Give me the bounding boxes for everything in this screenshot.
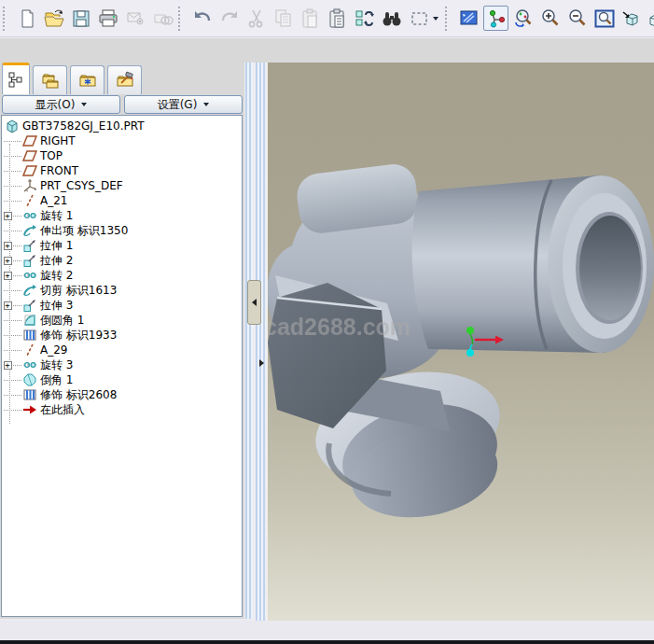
- toolbar-gripper[interactable]: [178, 7, 184, 31]
- paste-special-button[interactable]: [325, 6, 350, 31]
- tree-item-extrude[interactable]: +拉伸 3: [2, 298, 242, 313]
- zoom-out-icon: [566, 7, 589, 30]
- toolbar-gripper[interactable]: [3, 7, 8, 31]
- tree-item-round[interactable]: 倒圆角 1: [2, 313, 242, 328]
- spin-center-button[interactable]: [483, 6, 508, 31]
- refit-button[interactable]: [591, 6, 617, 31]
- tree-item-label: 拉伸 3: [40, 298, 73, 314]
- model-tree: GBT37582GJ_E10.PRTRIGHTTOPFRONTPRT_CSYS_…: [1, 115, 243, 617]
- select-items-button[interactable]: [406, 6, 441, 31]
- cut-button[interactable]: [244, 6, 269, 31]
- collapse-panel-handle[interactable]: [247, 280, 261, 325]
- expand-toggle[interactable]: +: [4, 272, 12, 280]
- expand-toggle[interactable]: +: [4, 301, 12, 310]
- tree-item-label: 修饰 标识1933: [40, 328, 117, 343]
- redo-button[interactable]: [216, 6, 242, 31]
- show-menu-label: 显示(O): [35, 97, 76, 113]
- expand-toggle[interactable]: +: [4, 212, 12, 220]
- settings-menu-button[interactable]: 设置(G): [124, 95, 243, 114]
- expand-toggle[interactable]: +: [4, 361, 12, 370]
- navigator-splitter-2[interactable]: [256, 63, 265, 621]
- refit-icon: [593, 7, 616, 30]
- saved-view-list-button[interactable]: AB: [646, 6, 654, 31]
- show-menu-arrow: [81, 103, 87, 106]
- tools-folder-icon: [116, 71, 134, 90]
- copy-button[interactable]: [271, 6, 296, 31]
- tree-item-label: 在此插入: [40, 402, 85, 418]
- send-email-button[interactable]: [122, 6, 147, 31]
- select-dropdown-arrow[interactable]: [433, 17, 438, 21]
- orient-mode-button[interactable]: [510, 6, 536, 31]
- toolbar-gripper[interactable]: [445, 7, 451, 31]
- tree-item-label: 倒角 1: [40, 372, 73, 388]
- reorient-view-button[interactable]: [619, 6, 644, 31]
- expand-toggle[interactable]: +: [4, 257, 12, 265]
- tree-item-axis[interactable]: A_21: [2, 193, 242, 208]
- paste-button[interactable]: [298, 6, 323, 31]
- tree-item-sweep[interactable]: 切剪 标识1613: [2, 283, 242, 298]
- tree-item-cosmetic[interactable]: 修饰 标识2608: [2, 387, 242, 402]
- insert-here-icon: [22, 402, 37, 417]
- email-icon: [124, 7, 146, 30]
- toolbar-spacer: [0, 38, 654, 63]
- folders-icon: [41, 71, 60, 90]
- revolve-icon: [22, 357, 37, 372]
- watermark-text: cad2688.com: [268, 314, 410, 340]
- status-bar: [0, 621, 654, 640]
- save-button[interactable]: [68, 6, 93, 31]
- window-bottom-edge: [0, 640, 654, 644]
- navigator-splitter[interactable]: [245, 63, 253, 619]
- tree-item-sweep[interactable]: 伸出项 标识1350: [2, 223, 242, 238]
- tree-item-datum-plane[interactable]: FRONT: [2, 163, 242, 178]
- repaint-icon: [458, 7, 480, 30]
- zoom-out-button[interactable]: [564, 6, 590, 31]
- repaint-button[interactable]: [456, 6, 481, 31]
- proe-window: AB: [0, 0, 654, 644]
- show-menu-button[interactable]: 显示(O): [2, 95, 120, 114]
- tree-item-csys[interactable]: PRT_CSYS_DEF: [2, 178, 242, 193]
- link-button[interactable]: [149, 6, 174, 31]
- tab-history[interactable]: [107, 65, 142, 94]
- tree-item-label: 旋转 1: [40, 208, 73, 224]
- revolve-icon: [22, 208, 37, 223]
- undo-button[interactable]: [189, 6, 215, 31]
- tree-item-label: 旋转 3: [40, 357, 73, 373]
- tree-item-revolve[interactable]: +旋转 1: [2, 208, 242, 223]
- open-file-button[interactable]: [41, 6, 66, 31]
- tree-item-label: 倒圆角 1: [40, 313, 84, 329]
- tree-item-label: PRT_CSYS_DEF: [40, 179, 123, 192]
- tree-item-revolve[interactable]: +旋转 3: [2, 357, 242, 372]
- print-button[interactable]: [95, 6, 120, 31]
- tree-item-insert-here[interactable]: 在此插入: [2, 402, 242, 417]
- tree-item-cosmetic[interactable]: 修饰 标识1933: [2, 328, 242, 343]
- tab-favorites[interactable]: [70, 65, 104, 94]
- tree-item-axis[interactable]: A_29: [2, 343, 242, 357]
- regenerate-button[interactable]: [352, 6, 377, 31]
- tab-model-tree[interactable]: [2, 63, 30, 94]
- main-toolbar: AB: [0, 0, 654, 37]
- tree-item-extrude[interactable]: +拉伸 2: [2, 253, 242, 268]
- find-button[interactable]: [379, 6, 404, 31]
- tree-item-extrude[interactable]: +拉伸 1: [2, 238, 242, 253]
- undo-icon: [191, 7, 214, 30]
- tab-folder-browser[interactable]: [33, 65, 67, 94]
- expand-toggle[interactable]: +: [4, 242, 12, 250]
- axis-icon: [22, 193, 37, 208]
- tree-item-label: FRONT: [40, 164, 78, 177]
- new-file-icon: [17, 8, 37, 29]
- tree-item-label: RIGHT: [40, 134, 76, 147]
- new-file-button[interactable]: [14, 6, 39, 31]
- model-tree-icon: [7, 72, 24, 89]
- sweep-icon: [22, 283, 37, 298]
- tree-item-label: 旋转 2: [40, 268, 73, 284]
- tree-item-chamfer[interactable]: 倒角 1: [2, 372, 242, 387]
- zoom-in-icon: [539, 7, 562, 30]
- tree-item-root[interactable]: GBT37582GJ_E10.PRT: [2, 119, 242, 133]
- cosmetic-icon: [22, 387, 37, 402]
- zoom-in-button[interactable]: [537, 6, 563, 31]
- tree-item-datum-plane[interactable]: RIGHT: [2, 133, 242, 148]
- graphics-viewport[interactable]: cad2688.com: [266, 63, 654, 621]
- tree-item-revolve[interactable]: +旋转 2: [2, 268, 242, 283]
- tree-item-datum-plane[interactable]: TOP: [2, 148, 242, 163]
- paste-special-icon: [327, 7, 349, 30]
